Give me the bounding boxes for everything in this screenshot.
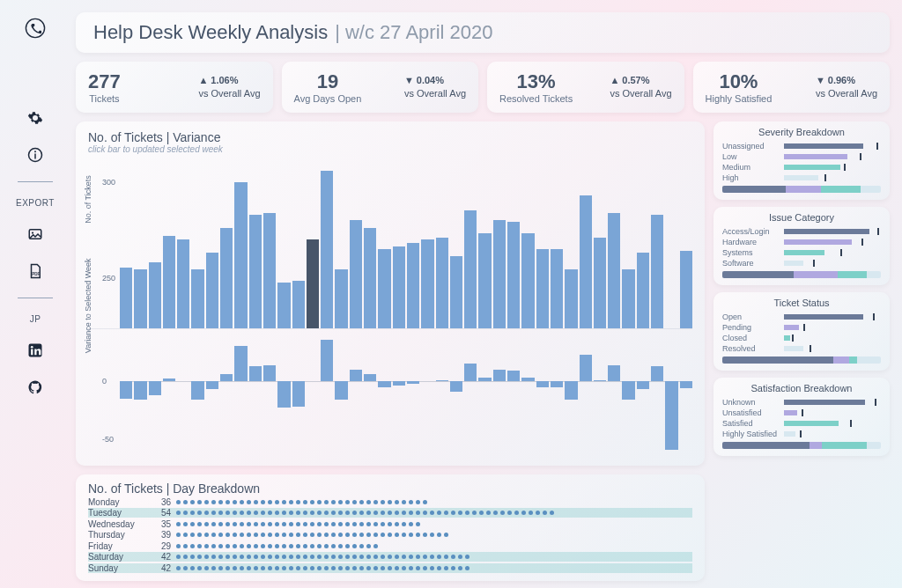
variance-bar[interactable] xyxy=(277,334,290,457)
variance-bar[interactable] xyxy=(177,334,189,457)
week-bar[interactable] xyxy=(177,239,189,328)
day-value: 54 xyxy=(148,508,171,518)
variance-bar[interactable] xyxy=(234,334,247,457)
variance-bar[interactable] xyxy=(163,334,175,457)
week-bar[interactable] xyxy=(580,195,592,328)
variance-bar[interactable] xyxy=(507,334,520,457)
week-bar[interactable] xyxy=(292,281,305,328)
variance-bar[interactable] xyxy=(321,334,333,457)
week-bar[interactable] xyxy=(206,253,218,328)
breakdown-label: Closed xyxy=(722,334,780,342)
week-bar[interactable] xyxy=(464,210,477,328)
variance-bar[interactable] xyxy=(421,334,433,457)
week-bar[interactable] xyxy=(608,213,620,329)
kpi-delta: 0.04% xyxy=(404,74,466,87)
export-image-icon[interactable] xyxy=(25,224,46,245)
week-bar[interactable] xyxy=(594,238,606,329)
week-bar[interactable] xyxy=(521,233,534,328)
variance-bar[interactable] xyxy=(493,334,506,457)
week-bar[interactable] xyxy=(335,269,347,328)
day-dots xyxy=(176,566,692,570)
week-bar[interactable] xyxy=(507,222,520,328)
variance-bar[interactable] xyxy=(594,334,606,457)
week-bar[interactable] xyxy=(120,268,132,328)
week-bar[interactable] xyxy=(378,249,390,329)
variance-bar-chart[interactable]: Variance to Selected Week 0-50 xyxy=(88,334,692,457)
day-name: Sunday xyxy=(88,563,143,573)
kpi-delta: 0.96% xyxy=(816,74,877,87)
variance-bar[interactable] xyxy=(134,334,146,457)
variance-bar[interactable] xyxy=(680,334,692,457)
variance-bar[interactable] xyxy=(608,334,620,457)
week-bar[interactable] xyxy=(307,239,319,328)
week-bar[interactable] xyxy=(249,215,262,328)
variance-bar[interactable] xyxy=(364,334,376,457)
week-bar[interactable] xyxy=(220,228,233,328)
variance-bar[interactable] xyxy=(651,334,663,457)
variance-bar[interactable] xyxy=(220,334,233,457)
variance-bar[interactable] xyxy=(307,334,319,457)
variance-bar[interactable] xyxy=(622,334,634,457)
variance-bar[interactable] xyxy=(191,334,203,457)
variance-bar[interactable] xyxy=(637,334,649,457)
variance-bar[interactable] xyxy=(536,334,549,457)
variance-bar[interactable] xyxy=(450,334,462,457)
week-bar[interactable] xyxy=(421,239,433,328)
variance-bar[interactable] xyxy=(478,334,491,457)
week-bar[interactable] xyxy=(263,213,276,329)
github-icon[interactable] xyxy=(25,377,46,398)
variance-bar[interactable] xyxy=(149,334,161,457)
week-bar[interactable] xyxy=(234,182,247,328)
tickets-bar-chart[interactable]: No. of Tickets 300250 xyxy=(88,158,692,329)
week-bar[interactable] xyxy=(436,238,448,329)
week-bar[interactable] xyxy=(163,236,175,329)
breakdown-title: Ticket Status xyxy=(722,298,881,308)
week-bar[interactable] xyxy=(364,228,376,328)
variance-bar[interactable] xyxy=(407,334,419,457)
variance-bar[interactable] xyxy=(120,334,132,457)
variance-bar[interactable] xyxy=(565,334,577,457)
variance-bar[interactable] xyxy=(436,334,448,457)
week-bar[interactable] xyxy=(321,171,333,328)
variance-bar[interactable] xyxy=(263,334,276,457)
week-bar[interactable] xyxy=(551,249,563,329)
week-bar[interactable] xyxy=(350,220,362,328)
week-bar[interactable] xyxy=(450,256,462,328)
info-icon[interactable] xyxy=(25,144,46,165)
variance-bar[interactable] xyxy=(521,334,534,457)
week-bar[interactable] xyxy=(478,233,491,328)
week-bar[interactable] xyxy=(493,220,506,328)
variance-bar[interactable] xyxy=(378,334,390,457)
variance-bar[interactable] xyxy=(350,334,362,457)
day-row: Saturday 42 xyxy=(88,552,692,562)
day-breakdown-card: No. of Tickets | Day Breakdown Monday 36… xyxy=(76,474,705,581)
week-bar[interactable] xyxy=(565,269,577,328)
variance-bar[interactable] xyxy=(551,334,563,457)
week-bar[interactable] xyxy=(149,262,161,329)
week-bar[interactable] xyxy=(191,269,203,328)
variance-bar[interactable] xyxy=(206,334,218,457)
settings-icon[interactable] xyxy=(25,107,46,129)
variance-bar[interactable] xyxy=(292,334,305,457)
y-axis-label-bottom: Variance to Selected Week xyxy=(84,258,92,353)
variance-bar[interactable] xyxy=(665,334,677,457)
week-bar[interactable] xyxy=(407,243,419,328)
breakdown-title: Severity Breakdown xyxy=(722,127,881,137)
week-bar[interactable] xyxy=(622,269,634,328)
week-bar[interactable] xyxy=(680,251,692,328)
week-bar[interactable] xyxy=(134,269,146,328)
variance-bar[interactable] xyxy=(580,334,592,457)
week-bar[interactable] xyxy=(277,283,290,328)
linkedin-icon[interactable] xyxy=(25,340,46,361)
variance-bar[interactable] xyxy=(464,334,477,457)
week-bar[interactable] xyxy=(393,246,405,328)
variance-bar[interactable] xyxy=(249,334,262,457)
page-subtitle: | w/c 27 April 2020 xyxy=(335,21,492,44)
variance-bar[interactable] xyxy=(335,334,347,457)
variance-bar[interactable] xyxy=(393,334,405,457)
week-bar[interactable] xyxy=(651,215,663,328)
week-bar[interactable] xyxy=(637,253,649,328)
breakdown-label: High xyxy=(722,173,780,182)
export-pdf-icon[interactable]: PDF xyxy=(25,261,46,282)
week-bar[interactable] xyxy=(536,249,549,329)
